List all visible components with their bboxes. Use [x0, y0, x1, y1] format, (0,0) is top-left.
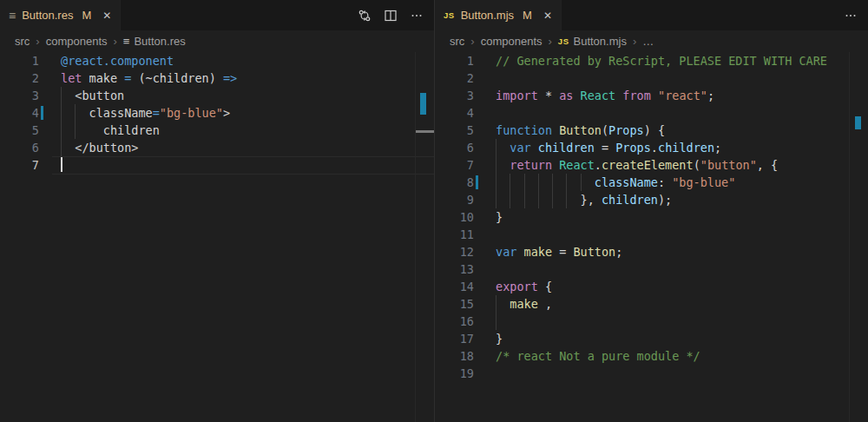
- breadcrumb-item[interactable]: JSButton.mjs: [558, 35, 627, 48]
- code-token: },: [496, 193, 602, 207]
- close-icon[interactable]: ✕: [102, 10, 111, 22]
- code-token: [496, 158, 510, 172]
- code-token: [552, 123, 559, 137]
- more-actions-button[interactable]: [410, 9, 424, 23]
- code-token: (: [602, 123, 608, 137]
- split-editor-button[interactable]: [384, 9, 398, 23]
- indent-guide: [524, 191, 525, 208]
- code-line[interactable]: 9 }, children);: [435, 191, 868, 208]
- breadcrumb-item[interactable]: components: [46, 35, 108, 48]
- more-actions-button[interactable]: [844, 9, 858, 23]
- overview-modified-marker: [420, 93, 426, 115]
- code-line[interactable]: 16: [435, 313, 868, 330]
- line-number: 9: [435, 191, 474, 208]
- line-number: 10: [435, 208, 474, 226]
- code-editor[interactable]: 1@react.component2let make = (~children)…: [0, 52, 434, 422]
- code-line[interactable]: 18/* react Not a pure module */: [435, 347, 868, 365]
- tab-button-mjs[interactable]: JS Button.mjs M ✕: [435, 0, 562, 30]
- code-token: "bg-blue": [672, 175, 735, 189]
- code-token: from: [622, 89, 651, 102]
- breadcrumb-label: src: [450, 35, 464, 48]
- line-number: 15: [435, 295, 474, 313]
- indent-guide: [510, 191, 510, 208]
- code-line[interactable]: 3import * as React from "react";: [435, 87, 868, 104]
- breadcrumb-item[interactable]: …: [642, 35, 654, 48]
- code-line[interactable]: 4: [435, 104, 868, 122]
- code-line[interactable]: 1@react.component: [0, 52, 434, 69]
- code-line[interactable]: 10}: [435, 208, 868, 226]
- tab-label: Button.res: [22, 9, 73, 22]
- line-number: 12: [435, 243, 474, 260]
- line-number: 1: [0, 52, 39, 69]
- breadcrumb-item[interactable]: components: [481, 35, 542, 48]
- git-compare-icon: [358, 9, 372, 23]
- code-line[interactable]: 7 return React.createElement("button", {: [435, 156, 868, 174]
- overview-cursor-marker: [416, 130, 434, 133]
- code-token: [531, 141, 538, 155]
- code-line[interactable]: 13: [435, 260, 868, 278]
- code-line[interactable]: 4 className="bg-blue">: [0, 104, 434, 122]
- code-token: children: [658, 141, 714, 155]
- breadcrumb-item[interactable]: ≡Button.res: [123, 35, 186, 48]
- indent-guide: [61, 87, 62, 104]
- code-line[interactable]: 2: [435, 69, 868, 87]
- overview-ruler[interactable]: [415, 52, 434, 422]
- code-line[interactable]: 5function Button(Props) {: [435, 122, 868, 139]
- code-token: =: [595, 141, 615, 155]
- breadcrumb-item[interactable]: src: [450, 35, 464, 48]
- code-line[interactable]: 6 var children = Props.children;: [435, 139, 868, 156]
- file-icon: ≡: [9, 10, 16, 22]
- breadcrumb-label: Button.res: [134, 35, 185, 48]
- code-token: var: [496, 245, 516, 259]
- editor-group-left: ≡ Button.res M ✕: [0, 0, 434, 422]
- line-number: 6: [0, 139, 39, 156]
- indent-guide: [496, 156, 496, 174]
- code-token: React: [581, 89, 616, 102]
- indent-guide: [552, 191, 553, 208]
- indent-guide: [75, 122, 76, 139]
- code-line[interactable]: 6 </button>: [0, 139, 434, 156]
- line-number: 17: [435, 330, 474, 347]
- chevron-right-icon: ›: [114, 35, 117, 48]
- breadcrumb-label: components: [46, 35, 108, 48]
- editor-workbench: ≡ Button.res M ✕: [0, 0, 868, 422]
- breadcrumb-label: Button.mjs: [573, 35, 626, 48]
- code-line[interactable]: 11: [435, 226, 868, 243]
- code-token: (~children): [131, 71, 223, 85]
- code-token: =>: [223, 71, 237, 85]
- code-token: // Generated by ReScript, PLEASE EDIT WI…: [496, 54, 827, 68]
- code-line[interactable]: 14export {: [435, 278, 868, 295]
- breadcrumb-item[interactable]: src: [15, 35, 30, 48]
- code-line[interactable]: 17}: [435, 330, 868, 347]
- gutter-modified-marker: [476, 175, 478, 189]
- code-token: [516, 245, 523, 259]
- code-line[interactable]: 5 children: [0, 122, 434, 139]
- tab-button-res[interactable]: ≡ Button.res M ✕: [0, 0, 121, 30]
- line-number: 14: [435, 278, 474, 295]
- indent-guide: [61, 104, 62, 122]
- code-line[interactable]: 1// Generated by ReScript, PLEASE EDIT W…: [435, 52, 868, 69]
- breadcrumb: src›components›JSButton.mjs›…: [435, 30, 868, 52]
- code-line[interactable]: 7: [0, 156, 434, 174]
- code-line[interactable]: 12var make = Button;: [435, 243, 868, 260]
- javascript-file-icon: JS: [444, 10, 455, 20]
- code-line[interactable]: 19: [435, 365, 868, 382]
- overview-ruler[interactable]: [849, 52, 868, 422]
- code-token: }: [496, 332, 503, 346]
- open-changes-button[interactable]: [358, 9, 372, 23]
- indent-guide: [496, 139, 496, 156]
- indent-guide: [524, 174, 525, 191]
- code-token: [573, 89, 580, 102]
- code-line[interactable]: 2let make = (~children) =>: [0, 69, 434, 87]
- code-line[interactable]: 15 make ,: [435, 295, 868, 313]
- line-number: 2: [0, 69, 39, 87]
- indent-guide: [566, 174, 567, 191]
- code-line[interactable]: 8 className: "bg-blue": [435, 174, 868, 191]
- code-token: "bg-blue": [160, 106, 223, 120]
- close-icon[interactable]: ✕: [543, 10, 552, 22]
- tab-bar-left: ≡ Button.res M ✕: [0, 0, 434, 30]
- code-line[interactable]: 3 <button: [0, 87, 434, 104]
- indent-guide: [496, 191, 496, 208]
- code-lines: 1// Generated by ReScript, PLEASE EDIT W…: [435, 52, 868, 382]
- code-editor[interactable]: 1// Generated by ReScript, PLEASE EDIT W…: [435, 52, 868, 422]
